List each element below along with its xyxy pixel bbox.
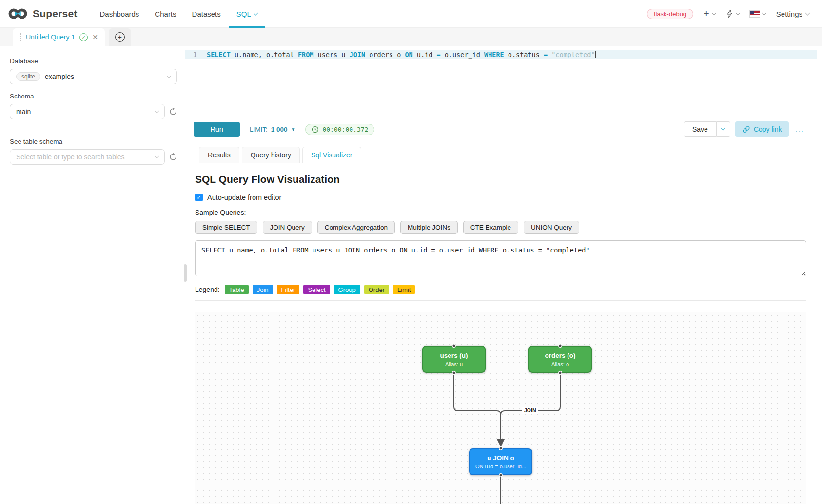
query-input[interactable]: SELECT u.name, o.total FROM users u JOIN… bbox=[195, 240, 806, 276]
brand-name: Superset bbox=[33, 8, 77, 19]
clock-icon bbox=[312, 126, 319, 133]
flow-edges bbox=[195, 312, 806, 504]
legend-chip-limit: Limit bbox=[393, 285, 415, 294]
flask-debug-badge: flask-debug bbox=[647, 9, 693, 19]
sql-shortcut-menu[interactable] bbox=[726, 9, 740, 18]
save-dropdown-caret[interactable] bbox=[717, 121, 730, 137]
new-query-tab-button[interactable]: + bbox=[109, 28, 131, 46]
refresh-schemas-icon[interactable] bbox=[169, 108, 177, 116]
south-pane-divider bbox=[185, 141, 817, 147]
nav-sql[interactable]: SQL bbox=[229, 0, 265, 28]
link-icon bbox=[743, 126, 750, 133]
content-divider bbox=[195, 300, 806, 301]
pane-drag-handle[interactable] bbox=[444, 143, 457, 145]
auto-update-checkbox[interactable]: ✓ bbox=[195, 194, 203, 201]
join-edge-label: JOIN bbox=[522, 407, 538, 414]
database-select[interactable]: sqlite examples bbox=[10, 69, 177, 84]
editor-line-number: 1 bbox=[185, 50, 202, 59]
sidebar-splitter-handle[interactable] bbox=[184, 264, 187, 282]
main-nav: Dashboards Charts Datasets SQL bbox=[92, 0, 265, 28]
run-button[interactable]: Run bbox=[194, 122, 240, 137]
superset-logo[interactable]: Superset bbox=[8, 8, 77, 19]
editor-code-line[interactable]: SELECT u.name, o.total FROM users u JOIN… bbox=[207, 50, 596, 59]
query-tabstrip: Untitled Query 1 ✓ ✕ + bbox=[0, 28, 822, 46]
tab-query-history[interactable]: Query history bbox=[242, 147, 300, 163]
query-timer: 00:00:00.372 bbox=[305, 124, 374, 135]
nav-dashboards[interactable]: Dashboards bbox=[92, 0, 147, 28]
sample-queries-label: Sample Queries: bbox=[195, 209, 806, 216]
flow-node-orders[interactable]: orders (o) Alias: o bbox=[528, 346, 592, 373]
sample-simple-select-button[interactable]: Simple SELECT bbox=[195, 221, 257, 234]
table-select[interactable]: Select table or type to search tables bbox=[10, 149, 165, 165]
chevron-down-icon bbox=[155, 108, 159, 113]
sidebar-divider bbox=[10, 128, 177, 128]
sample-multiple-joins-button[interactable]: Multiple JOINs bbox=[400, 221, 458, 234]
sql-editor[interactable]: 1 SELECT u.name, o.total FROM users u JO… bbox=[185, 46, 817, 117]
settings-menu[interactable]: Settings bbox=[776, 10, 809, 18]
sql-visualizer-pane: SQL Query Flow Visualization ✓ Auto-upda… bbox=[195, 163, 806, 504]
close-tab-icon[interactable]: ✕ bbox=[92, 33, 98, 41]
editor-toolbar: Run LIMIT:1 000 ▼ 00:00:00.372 Save bbox=[185, 117, 817, 141]
saved-check-icon: ✓ bbox=[79, 33, 88, 41]
auto-update-label: Auto-update from editor bbox=[207, 194, 281, 201]
sample-join-query-button[interactable]: JOIN Query bbox=[263, 221, 312, 234]
superset-infinity-icon bbox=[8, 8, 28, 19]
circle-plus-icon: + bbox=[115, 32, 125, 42]
legend: Legend: Table Join Filter Select Group O… bbox=[195, 285, 806, 294]
legend-chip-filter: Filter bbox=[277, 285, 300, 294]
sample-query-buttons: Simple SELECT JOIN Query Complex Aggrega… bbox=[195, 221, 806, 234]
legend-chip-join: Join bbox=[253, 285, 273, 294]
language-picker[interactable] bbox=[750, 11, 766, 17]
lightning-icon bbox=[726, 9, 733, 18]
legend-label: Legend: bbox=[195, 286, 220, 293]
legend-chip-select: Select bbox=[303, 285, 330, 294]
schema-label: Schema bbox=[10, 93, 177, 100]
chevron-down-icon bbox=[805, 10, 810, 15]
tab-sql-visualizer[interactable]: Sql Visualizer bbox=[302, 147, 361, 163]
flow-node-join[interactable]: u JOIN o ON u.id = o.user_id... bbox=[469, 448, 532, 475]
chevron-down-icon bbox=[711, 10, 716, 15]
result-tabs: Results Query history Sql Visualizer bbox=[199, 147, 817, 163]
refresh-tables-icon[interactable] bbox=[169, 153, 177, 161]
sample-union-query-button[interactable]: UNION Query bbox=[524, 221, 579, 234]
database-label: Database bbox=[10, 58, 177, 65]
query-tab[interactable]: Untitled Query 1 ✓ ✕ bbox=[13, 28, 105, 46]
more-actions-button[interactable]: ... bbox=[794, 125, 806, 134]
chevron-down-icon bbox=[762, 10, 766, 15]
nav-datasets[interactable]: Datasets bbox=[184, 0, 229, 28]
nav-charts[interactable]: Charts bbox=[147, 0, 184, 28]
new-item-menu[interactable]: + bbox=[704, 9, 716, 19]
legend-chip-group: Group bbox=[334, 285, 360, 294]
tab-results[interactable]: Results bbox=[199, 147, 239, 163]
flow-node-users[interactable]: users (u) Alias: u bbox=[422, 346, 486, 373]
top-navbar: Superset Dashboards Charts Datasets SQL … bbox=[0, 0, 822, 28]
schema-select[interactable]: main bbox=[10, 104, 165, 119]
chevron-down-icon bbox=[735, 10, 740, 15]
drag-handle-icon[interactable] bbox=[20, 33, 21, 41]
us-flag-icon bbox=[750, 11, 760, 17]
page-title: SQL Query Flow Visualization bbox=[195, 174, 806, 185]
copy-link-button[interactable]: Copy link bbox=[735, 121, 789, 137]
sample-complex-aggregation-button[interactable]: Complex Aggregation bbox=[317, 221, 395, 234]
legend-chip-order: Order bbox=[364, 285, 389, 294]
chevron-down-icon bbox=[155, 154, 159, 158]
sqllab-sidebar: Database sqlite examples Schema main See… bbox=[0, 46, 185, 504]
query-tab-title: Untitled Query 1 bbox=[26, 33, 75, 41]
db-engine-tag: sqlite bbox=[16, 72, 40, 81]
caret-down-icon: ▼ bbox=[291, 127, 296, 132]
chevron-down-icon bbox=[167, 73, 172, 78]
plus-icon: + bbox=[704, 9, 709, 19]
legend-chip-table: Table bbox=[225, 285, 249, 294]
chevron-down-icon bbox=[253, 10, 258, 15]
sample-cte-example-button[interactable]: CTE Example bbox=[463, 221, 518, 234]
table-schema-label: See table schema bbox=[10, 138, 177, 145]
save-button[interactable]: Save bbox=[684, 121, 717, 137]
limit-dropdown[interactable]: LIMIT:1 000 ▼ bbox=[250, 126, 295, 133]
sqllab-main: 1 SELECT u.name, o.total FROM users u JO… bbox=[185, 46, 817, 504]
flow-canvas[interactable]: users (u) Alias: u orders (o) Alias: o u… bbox=[195, 312, 806, 504]
